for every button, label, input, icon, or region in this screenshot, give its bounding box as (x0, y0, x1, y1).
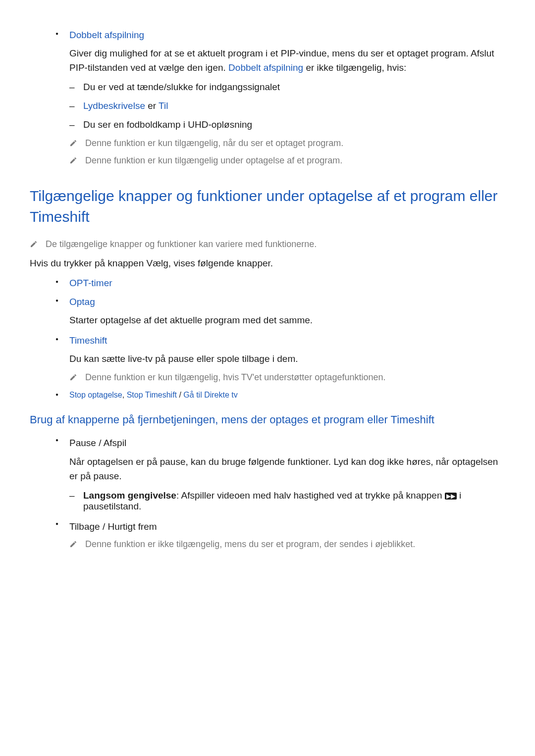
condition-item: Du ser en fodboldkamp i UHD-opløsning (69, 119, 505, 130)
button-optag: Optag Starter optagelse af det aktuelle … (55, 297, 505, 328)
pencil-icon (69, 540, 77, 548)
sub-feature-label: Langsom gengivelse (83, 490, 176, 501)
condition-list: Du er ved at tænde/slukke for indgangssi… (69, 82, 505, 130)
remote-rewind-forward: Tilbage / Hurtigt frem Denne funktion er… (55, 520, 505, 550)
inline-term-til: Til (159, 101, 168, 111)
section-heading: Tilgængelige knapper og funktioner under… (30, 186, 505, 227)
button-timeshift: Timeshift Du kan sætte live-tv på pause … (55, 335, 505, 383)
feature-description: Giver dig mulighed for at se et aktuelt … (69, 47, 505, 75)
inline-term-dobbelt-afspilning: Dobbelt afspilning (228, 62, 303, 73)
button-stop-options: Stop optagelse, Stop Timeshift / Gå til … (55, 391, 505, 400)
remote-button-list: Pause / Afspil Når optagelsen er på paus… (55, 436, 505, 550)
button-label: Timeshift (69, 335, 505, 346)
note-text: Denne funktion er kun tilgængelig, hvis … (85, 372, 385, 382)
pencil-icon (69, 156, 77, 164)
condition-item: Lydbeskrivelse er Til (69, 101, 505, 111)
note-text: De tilgængelige knapper og funktioner ka… (46, 239, 317, 249)
note: Denne funktion er ikke tilgængelig, mens… (69, 539, 505, 550)
note-text: Denne funktion er kun tilgængelig under … (85, 155, 342, 165)
section-intro: Hvis du trykker på knappen Vælg, vises f… (30, 256, 505, 271)
feature-description: Når optagelsen er på pause, kan du bruge… (69, 455, 505, 483)
button-label: Stop optagelse (69, 391, 122, 399)
pencil-icon (30, 240, 38, 248)
note: De tilgængelige knapper og funktioner ka… (30, 239, 505, 250)
feature-title: Dobbelt afspilning (69, 30, 505, 41)
note: Denne funktion er kun tilgængelig under … (69, 155, 505, 166)
button-description: Du kan sætte live-tv på pause eller spol… (69, 352, 505, 366)
button-list: OPT-timer Optag Starter optagelse af det… (55, 278, 505, 400)
button-description: Starter optagelse af det aktuelle progra… (69, 313, 505, 328)
feature-list: Dobbelt afspilning Giver dig mulighed fo… (55, 30, 505, 166)
button-label: Optag (69, 297, 505, 307)
button-label: Gå til Direkte tv (183, 391, 237, 399)
button-label: OPT-timer (69, 278, 505, 289)
pencil-icon (69, 139, 77, 147)
pencil-icon (69, 373, 77, 381)
inline-term-lydbeskrivelse: Lydbeskrivelse (83, 101, 145, 111)
remote-pause-play: Pause / Afspil Når optagelsen er på paus… (55, 436, 505, 512)
sub-feature-langsom: Langsom gengivelse: Afspiller videoen me… (69, 490, 505, 512)
subsection-heading: Brug af knapperne på fjernbetjeningen, m… (30, 413, 505, 426)
button-label: Stop Timeshift (127, 391, 177, 399)
note-text: Denne funktion er kun tilgængelig, når d… (85, 138, 343, 148)
feature-dobbelt-afspilning: Dobbelt afspilning Giver dig mulighed fo… (55, 30, 505, 166)
fast-forward-icon: ▶▶ (445, 493, 457, 500)
sub-feature-list: Langsom gengivelse: Afspiller videoen me… (69, 490, 505, 512)
condition-item: Du er ved at tænde/slukke for indgangssi… (69, 82, 505, 93)
feature-title-plain: Tilbage / Hurtigt frem (69, 520, 505, 534)
feature-title-plain: Pause / Afspil (69, 436, 505, 451)
note-text: Denne funktion er ikke tilgængelig, mens… (85, 539, 415, 549)
button-opt-timer: OPT-timer (55, 278, 505, 289)
note: Denne funktion er kun tilgængelig, når d… (69, 138, 505, 149)
note: Denne funktion er kun tilgængelig, hvis … (69, 372, 505, 383)
